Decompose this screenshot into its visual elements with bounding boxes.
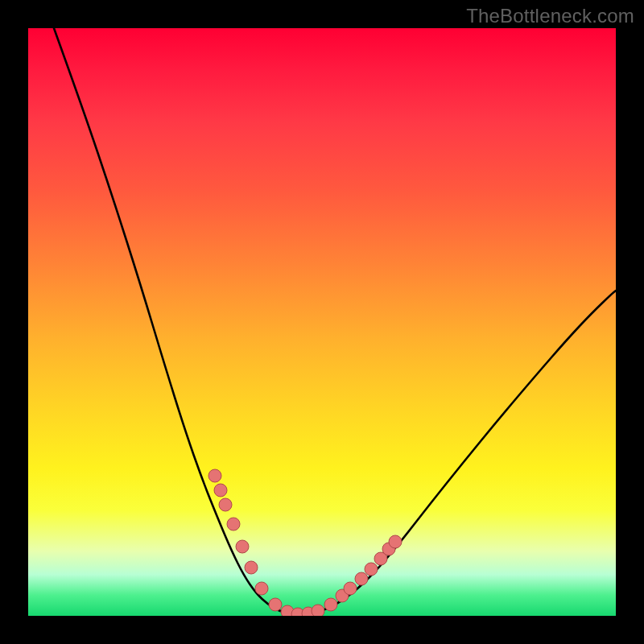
data-dot: [324, 598, 337, 611]
data-dot: [208, 469, 221, 482]
plot-area: [28, 28, 616, 616]
data-dot: [365, 563, 378, 576]
data-dot: [227, 518, 240, 530]
chart-frame: TheBottleneck.com: [0, 0, 644, 644]
data-dot: [312, 605, 324, 616]
data-dots: [208, 469, 402, 616]
bottleneck-curve: [54, 28, 616, 615]
chart-svg: [28, 28, 616, 616]
data-dot: [236, 540, 249, 553]
data-dot: [355, 572, 368, 585]
data-dot: [214, 484, 227, 497]
data-dot: [389, 535, 402, 548]
data-dot: [245, 561, 258, 574]
data-dot: [344, 582, 357, 595]
watermark-text: TheBottleneck.com: [466, 5, 634, 27]
data-dot: [269, 598, 282, 611]
data-dot: [255, 582, 268, 595]
data-dot: [219, 498, 232, 511]
